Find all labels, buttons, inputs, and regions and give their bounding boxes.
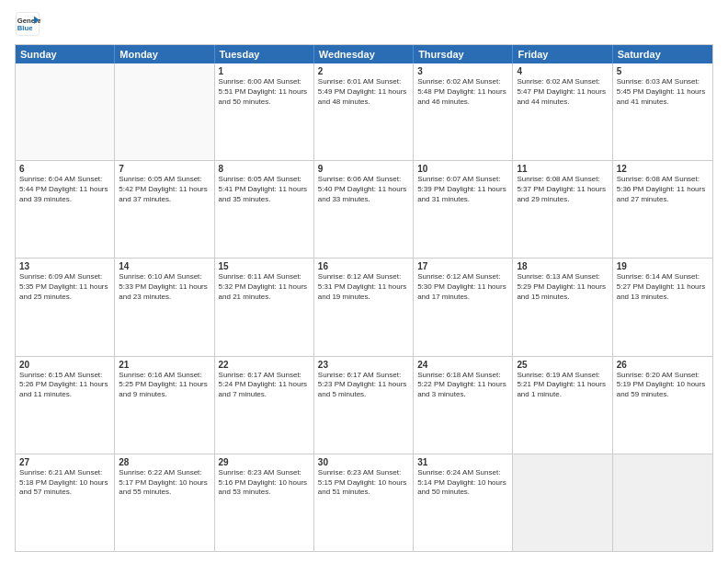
- cal-cell: 26Sunrise: 6:20 AM Sunset: 5:19 PM Dayli…: [613, 357, 712, 454]
- header-cell-friday: Friday: [513, 45, 612, 63]
- day-number: 25: [517, 360, 608, 370]
- cal-cell: 4Sunrise: 6:02 AM Sunset: 5:47 PM Daylig…: [513, 63, 612, 160]
- cell-info: Sunrise: 6:09 AM Sunset: 5:35 PM Dayligh…: [19, 272, 110, 302]
- cell-info: Sunrise: 6:08 AM Sunset: 5:37 PM Dayligh…: [517, 175, 608, 204]
- logo: General Blue: [15, 11, 40, 37]
- day-number: 23: [318, 360, 409, 370]
- cell-info: Sunrise: 6:20 AM Sunset: 5:19 PM Dayligh…: [617, 371, 709, 400]
- cell-info: Sunrise: 6:04 AM Sunset: 5:44 PM Dayligh…: [19, 175, 110, 204]
- cell-info: Sunrise: 6:15 AM Sunset: 5:26 PM Dayligh…: [19, 371, 110, 400]
- day-number: 3: [417, 66, 508, 76]
- week-row-4: 27Sunrise: 6:21 AM Sunset: 5:18 PM Dayli…: [16, 454, 712, 551]
- cal-cell: [16, 63, 115, 160]
- header-cell-saturday: Saturday: [613, 45, 712, 63]
- cal-cell: 24Sunrise: 6:18 AM Sunset: 5:22 PM Dayli…: [414, 357, 513, 454]
- cell-info: Sunrise: 6:22 AM Sunset: 5:17 PM Dayligh…: [119, 468, 210, 498]
- cal-cell: 13Sunrise: 6:09 AM Sunset: 5:35 PM Dayli…: [16, 259, 115, 355]
- cell-info: Sunrise: 6:23 AM Sunset: 5:15 PM Dayligh…: [318, 468, 409, 498]
- day-number: 29: [219, 457, 310, 467]
- cal-cell: 12Sunrise: 6:08 AM Sunset: 5:36 PM Dayli…: [613, 161, 712, 258]
- day-number: 30: [318, 457, 409, 467]
- cal-cell: 23Sunrise: 6:17 AM Sunset: 5:23 PM Dayli…: [314, 357, 414, 454]
- cal-cell: 25Sunrise: 6:19 AM Sunset: 5:21 PM Dayli…: [513, 357, 612, 454]
- header-cell-thursday: Thursday: [414, 45, 513, 63]
- cell-info: Sunrise: 6:17 AM Sunset: 5:23 PM Dayligh…: [318, 371, 409, 400]
- cell-info: Sunrise: 6:02 AM Sunset: 5:47 PM Dayligh…: [517, 77, 608, 107]
- day-number: 15: [219, 261, 310, 271]
- day-number: 24: [417, 360, 508, 370]
- cell-info: Sunrise: 6:06 AM Sunset: 5:40 PM Dayligh…: [318, 175, 409, 204]
- header-cell-monday: Monday: [115, 45, 214, 63]
- day-number: 16: [318, 261, 409, 271]
- cal-cell: 22Sunrise: 6:17 AM Sunset: 5:24 PM Dayli…: [215, 357, 314, 454]
- day-number: 14: [119, 261, 210, 271]
- day-number: 20: [19, 360, 110, 370]
- svg-text:Blue: Blue: [17, 24, 33, 32]
- cell-info: Sunrise: 6:05 AM Sunset: 5:41 PM Dayligh…: [219, 175, 310, 204]
- cal-cell: 30Sunrise: 6:23 AM Sunset: 5:15 PM Dayli…: [314, 454, 414, 551]
- header-cell-tuesday: Tuesday: [215, 45, 314, 63]
- cell-info: Sunrise: 6:12 AM Sunset: 5:30 PM Dayligh…: [417, 272, 508, 302]
- day-number: 8: [219, 164, 310, 174]
- cal-cell: 9Sunrise: 6:06 AM Sunset: 5:40 PM Daylig…: [314, 161, 414, 258]
- cal-cell: 11Sunrise: 6:08 AM Sunset: 5:37 PM Dayli…: [513, 161, 612, 258]
- day-number: 10: [417, 164, 508, 174]
- cal-cell: 21Sunrise: 6:16 AM Sunset: 5:25 PM Dayli…: [115, 357, 214, 454]
- day-number: 4: [517, 66, 608, 76]
- calendar: SundayMondayTuesdayWednesdayThursdayFrid…: [15, 44, 713, 552]
- cal-cell: [115, 63, 214, 160]
- cal-cell: 16Sunrise: 6:12 AM Sunset: 5:31 PM Dayli…: [314, 259, 414, 355]
- day-number: 2: [318, 66, 409, 76]
- day-number: 19: [617, 261, 709, 271]
- cal-cell: 28Sunrise: 6:22 AM Sunset: 5:17 PM Dayli…: [115, 454, 214, 551]
- week-row-1: 6Sunrise: 6:04 AM Sunset: 5:44 PM Daylig…: [16, 160, 712, 258]
- cal-cell: 8Sunrise: 6:05 AM Sunset: 5:41 PM Daylig…: [215, 161, 314, 258]
- cell-info: Sunrise: 6:17 AM Sunset: 5:24 PM Dayligh…: [219, 371, 310, 400]
- day-number: 21: [119, 360, 210, 370]
- logo-icon: General Blue: [15, 11, 40, 37]
- cal-cell: [613, 454, 712, 551]
- cell-info: Sunrise: 6:16 AM Sunset: 5:25 PM Dayligh…: [119, 371, 210, 400]
- day-number: 1: [219, 66, 310, 76]
- cal-cell: 6Sunrise: 6:04 AM Sunset: 5:44 PM Daylig…: [16, 161, 115, 258]
- header: General Blue: [15, 11, 713, 37]
- week-row-0: 1Sunrise: 6:00 AM Sunset: 5:51 PM Daylig…: [16, 63, 712, 160]
- cal-cell: 5Sunrise: 6:03 AM Sunset: 5:45 PM Daylig…: [613, 63, 712, 160]
- cell-info: Sunrise: 6:24 AM Sunset: 5:14 PM Dayligh…: [417, 468, 508, 498]
- cell-info: Sunrise: 6:13 AM Sunset: 5:29 PM Dayligh…: [517, 272, 608, 302]
- day-number: 6: [19, 164, 110, 174]
- day-number: 28: [119, 457, 210, 467]
- cal-cell: [513, 454, 612, 551]
- cal-cell: 14Sunrise: 6:10 AM Sunset: 5:33 PM Dayli…: [115, 259, 214, 355]
- cell-info: Sunrise: 6:10 AM Sunset: 5:33 PM Dayligh…: [119, 272, 210, 302]
- cell-info: Sunrise: 6:21 AM Sunset: 5:18 PM Dayligh…: [19, 468, 110, 498]
- cell-info: Sunrise: 6:12 AM Sunset: 5:31 PM Dayligh…: [318, 272, 409, 302]
- header-cell-sunday: Sunday: [16, 45, 115, 63]
- cal-cell: 7Sunrise: 6:05 AM Sunset: 5:42 PM Daylig…: [115, 161, 214, 258]
- cal-cell: 31Sunrise: 6:24 AM Sunset: 5:14 PM Dayli…: [414, 454, 513, 551]
- cal-cell: 10Sunrise: 6:07 AM Sunset: 5:39 PM Dayli…: [414, 161, 513, 258]
- cal-cell: 1Sunrise: 6:00 AM Sunset: 5:51 PM Daylig…: [215, 63, 314, 160]
- cal-cell: 27Sunrise: 6:21 AM Sunset: 5:18 PM Dayli…: [16, 454, 115, 551]
- week-row-2: 13Sunrise: 6:09 AM Sunset: 5:35 PM Dayli…: [16, 258, 712, 355]
- page: General Blue SundayMondayTuesdayWednesda…: [0, 0, 728, 563]
- day-number: 11: [517, 164, 608, 174]
- day-number: 13: [19, 261, 110, 271]
- cell-info: Sunrise: 6:05 AM Sunset: 5:42 PM Dayligh…: [119, 175, 210, 204]
- cell-info: Sunrise: 6:14 AM Sunset: 5:27 PM Dayligh…: [617, 272, 709, 302]
- cal-cell: 20Sunrise: 6:15 AM Sunset: 5:26 PM Dayli…: [16, 357, 115, 454]
- cal-cell: 15Sunrise: 6:11 AM Sunset: 5:32 PM Dayli…: [215, 259, 314, 355]
- cell-info: Sunrise: 6:11 AM Sunset: 5:32 PM Dayligh…: [219, 272, 310, 302]
- cell-info: Sunrise: 6:03 AM Sunset: 5:45 PM Dayligh…: [617, 77, 709, 107]
- cell-info: Sunrise: 6:19 AM Sunset: 5:21 PM Dayligh…: [517, 371, 608, 400]
- cell-info: Sunrise: 6:01 AM Sunset: 5:49 PM Dayligh…: [318, 77, 409, 107]
- header-cell-wednesday: Wednesday: [314, 45, 414, 63]
- calendar-body: 1Sunrise: 6:00 AM Sunset: 5:51 PM Daylig…: [16, 63, 712, 551]
- day-number: 22: [219, 360, 310, 370]
- day-number: 5: [617, 66, 709, 76]
- cal-cell: 18Sunrise: 6:13 AM Sunset: 5:29 PM Dayli…: [513, 259, 612, 355]
- day-number: 31: [417, 457, 508, 467]
- cell-info: Sunrise: 6:07 AM Sunset: 5:39 PM Dayligh…: [417, 175, 508, 204]
- cell-info: Sunrise: 6:18 AM Sunset: 5:22 PM Dayligh…: [417, 371, 508, 400]
- cal-cell: 2Sunrise: 6:01 AM Sunset: 5:49 PM Daylig…: [314, 63, 414, 160]
